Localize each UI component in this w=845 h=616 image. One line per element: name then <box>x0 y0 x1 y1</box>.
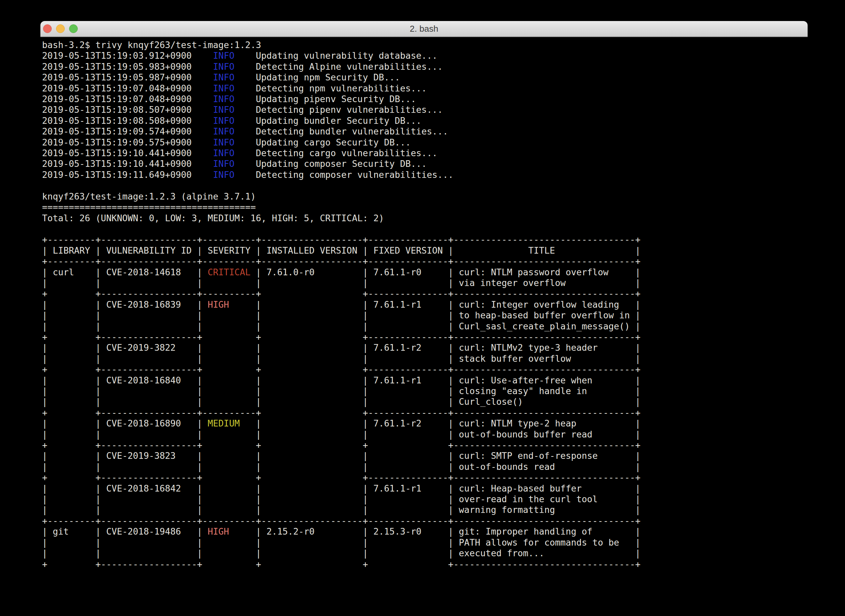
table-row-line: | | | | | | PATH allows for commands to … <box>42 537 640 548</box>
window-title: 2. bash <box>40 21 808 37</box>
log-line: 2019-05-13T15:19:03.912+0900 INFO Updati… <box>42 50 437 61</box>
log-line: 2019-05-13T15:19:10.441+0900 INFO Updati… <box>42 158 427 169</box>
log-line: 2019-05-13T15:19:05.987+0900 INFO Updati… <box>42 72 400 82</box>
table-row-line: | | | | | | Curl_sasl_create_plain_messa… <box>42 321 640 331</box>
log-level-info: INFO <box>213 126 234 136</box>
log-level-info: INFO <box>213 62 234 72</box>
severity-critical: CRITICAL <box>202 267 256 277</box>
table-separator: + +------------------+ + + +------------… <box>42 440 640 450</box>
log-line: 2019-05-13T15:19:09.575+0900 INFO Updati… <box>42 137 411 148</box>
table-row-line: | | | | | | to heap-based buffer overflo… <box>42 310 640 320</box>
log-level-info: INFO <box>213 116 234 126</box>
log-level-info: INFO <box>213 50 234 61</box>
log-level-info: INFO <box>213 83 234 94</box>
table-row-line: | curl | CVE-2018-14618 | CRITICAL | 7.6… <box>42 267 640 277</box>
table-separator: +---------+------------------+----------… <box>42 516 640 526</box>
severity-medium: MEDIUM <box>202 418 256 428</box>
table-separator: + +------------------+ + + +------------… <box>42 559 640 569</box>
terminal-output: bash-3.2$ trivy knqyf263/test-image:1.2.… <box>40 37 808 570</box>
table-separator: + +------------------+----------+ +-----… <box>42 408 640 418</box>
table-row-line: | | | | | | via integer overflow | <box>42 278 640 288</box>
log-line: 2019-05-13T15:19:08.508+0900 INFO Updati… <box>42 116 421 126</box>
table-row-line: | | | | | | over-read in the curl tool | <box>42 494 640 504</box>
log-line: 2019-05-13T15:19:11.649+0900 INFO Detect… <box>42 170 453 180</box>
table-row-line: | | | | | | stack buffer overflow | <box>42 353 640 364</box>
table-row-line: | | CVE-2018-16842 | | | 7.61.1-r1 | cur… <box>42 483 640 494</box>
log-level-info: INFO <box>213 72 234 82</box>
minimize-button[interactable] <box>56 24 65 33</box>
close-button[interactable] <box>43 24 52 33</box>
report-underline: ======================================== <box>42 202 256 212</box>
severity-high: HIGH <box>202 526 256 537</box>
table-border: +---------+------------------+----------… <box>42 256 640 266</box>
table-row-line: | git | CVE-2018-19486 | HIGH | 2.15.2-r… <box>42 526 640 537</box>
table-row-line: | | CVE-2018-16890 | MEDIUM | | 7.61.1-r… <box>42 418 640 428</box>
table-row-line: | | CVE-2019-3823 | | | | curl: SMTP end… <box>42 450 640 461</box>
log-level-info: INFO <box>213 170 234 180</box>
report-summary: Total: 26 (UNKNOWN: 0, LOW: 3, MEDIUM: 1… <box>42 213 384 223</box>
window-title-bar[interactable]: 2. bash <box>40 21 808 37</box>
table-row-line: | | | | | | out-of-bounds buffer read | <box>42 429 640 440</box>
table-separator: + +------------------+ + +--------------… <box>42 332 640 342</box>
table-row-line: | | | | | | Curl_close() | <box>42 396 640 407</box>
traffic-lights <box>43 24 78 33</box>
table-row-line: | | | | | | executed from... | <box>42 548 640 558</box>
table-border: +---------+------------------+----------… <box>42 234 640 245</box>
terminal-screen[interactable]: bash-3.2$ trivy knqyf263/test-image:1.2.… <box>40 37 808 616</box>
desktop-background: { "window": { "title": "2. bash" }, "col… <box>0 0 845 616</box>
log-level-info: INFO <box>213 94 234 104</box>
table-separator: + +------------------+----------+ +-----… <box>42 288 640 299</box>
log-line: 2019-05-13T15:19:09.574+0900 INFO Detect… <box>42 126 448 136</box>
log-level-info: INFO <box>213 148 234 158</box>
log-line: 2019-05-13T15:19:08.507+0900 INFO Detect… <box>42 104 443 115</box>
log-level-info: INFO <box>213 104 234 115</box>
table-row-line: | | CVE-2018-16840 | | | 7.61.1-r1 | cur… <box>42 375 640 386</box>
table-row-line: | | | | | | out-of-bounds read | <box>42 462 640 472</box>
table-header: | LIBRARY | VULNERABILITY ID | SEVERITY … <box>42 245 640 255</box>
log-level-info: INFO <box>213 158 234 169</box>
terminal-window: 2. bash bash-3.2$ trivy knqyf263/test-im… <box>40 21 808 616</box>
table-row-line: | | | | | | warning formatting | <box>42 505 640 515</box>
table-row-line: | | CVE-2019-3822 | | | 7.61.1-r2 | curl… <box>42 342 640 353</box>
log-level-info: INFO <box>213 137 234 148</box>
zoom-button[interactable] <box>69 24 78 33</box>
log-line: 2019-05-13T15:19:07.048+0900 INFO Updati… <box>42 94 416 104</box>
table-row-line: | | CVE-2018-16839 | HIGH | | 7.61.1-r1 … <box>42 299 640 309</box>
table-separator: + +------------------+ + +--------------… <box>42 364 640 374</box>
report-target: knqyf263/test-image:1.2.3 (alpine 3.7.1) <box>42 191 256 202</box>
severity-high: HIGH <box>202 299 256 309</box>
log-line: 2019-05-13T15:19:10.441+0900 INFO Detect… <box>42 148 437 158</box>
table-row-line: | | | | | | closing "easy" handle in | <box>42 386 640 396</box>
prompt-line: bash-3.2$ trivy knqyf263/test-image:1.2.… <box>42 40 261 50</box>
log-line: 2019-05-13T15:19:05.983+0900 INFO Detect… <box>42 62 443 72</box>
log-line: 2019-05-13T15:19:07.048+0900 INFO Detect… <box>42 83 427 94</box>
table-separator: + +------------------+ + +--------------… <box>42 472 640 483</box>
